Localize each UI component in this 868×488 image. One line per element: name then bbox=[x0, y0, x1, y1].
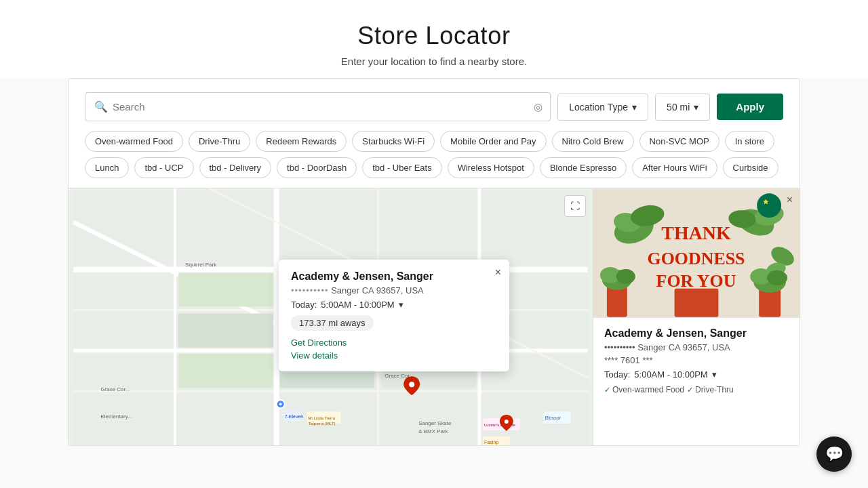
svg-point-63 bbox=[757, 193, 781, 218]
filter-tag-oven-warmed-food[interactable]: Oven-warmed Food bbox=[85, 131, 183, 152]
popup-actions: Get Directions View details bbox=[291, 338, 497, 361]
popup-hours-chevron: ▾ bbox=[399, 300, 403, 310]
page-subtitle: Enter your location to find a nearby sto… bbox=[0, 56, 868, 67]
popup-today-label: Today: bbox=[291, 300, 317, 310]
svg-point-44 bbox=[279, 403, 282, 405]
popup-store-name: Academy & Jensen, Sanger bbox=[291, 270, 497, 283]
filter-tag-in-store[interactable]: In store bbox=[725, 131, 774, 152]
filter-tag-tbd-doordash[interactable]: tbd - DoorDash bbox=[277, 157, 357, 178]
store-info: Academy & Jensen, Sanger •••••••••• Sang… bbox=[593, 317, 800, 404]
filter-tag-mobile-order-pay[interactable]: Mobile Order and Pay bbox=[440, 131, 546, 152]
expand-icon: ⛶ bbox=[570, 201, 580, 211]
search-wrapper: 🔍 ◎ bbox=[85, 92, 551, 121]
svg-rect-14 bbox=[178, 354, 273, 388]
check-icon: ✓ bbox=[687, 386, 693, 394]
filter-tag-redeem-rewards[interactable]: Redeem Rewards bbox=[256, 131, 347, 152]
svg-point-57 bbox=[616, 269, 635, 284]
filter-tag-tbd-delivery[interactable]: tbd - Delivery bbox=[199, 157, 272, 178]
svg-text:FOR YOU: FOR YOU bbox=[656, 271, 736, 291]
popup-address: •••••••••• Sanger CA 93657, USA bbox=[291, 285, 497, 296]
content-area: Cesar Chavez Park Squirrel Park Grace Co… bbox=[68, 188, 800, 445]
popup-hours-text: 5:00AM - 10:00PM bbox=[321, 300, 394, 310]
popup-address-text: Sanger CA 93657, USA bbox=[331, 285, 424, 296]
chevron-down-icon: ▾ bbox=[632, 102, 637, 113]
distance-dropdown[interactable]: 50 mi ▾ bbox=[655, 94, 710, 121]
store-hours-chevron: ▾ bbox=[712, 369, 717, 380]
svg-rect-54 bbox=[607, 287, 627, 317]
store-info-hours[interactable]: Today: 5:00AM - 10:00PM ▾ bbox=[604, 369, 789, 380]
promo-close-button[interactable]: × bbox=[787, 194, 793, 206]
svg-text:Sanger Skate: Sanger Skate bbox=[418, 420, 452, 426]
svg-text:Blossor: Blossor bbox=[545, 415, 561, 420]
page-title: Store Locator bbox=[0, 22, 868, 50]
store-feature-item: ✓ Drive-Thru bbox=[687, 385, 734, 394]
svg-rect-58 bbox=[759, 289, 781, 317]
store-hours-text: 5:00AM - 10:00PM bbox=[634, 369, 707, 380]
svg-text:& BMX Park: & BMX Park bbox=[418, 428, 448, 434]
store-features: ✓ Oven-warmed Food✓ Drive-Thru bbox=[604, 385, 789, 394]
store-info-phone: **** 7601 *** bbox=[604, 355, 789, 365]
svg-text:7-Eleven: 7-Eleven bbox=[285, 414, 304, 419]
store-address-dots: •••••••••• bbox=[604, 342, 635, 352]
filter-tag-tbd-uber-eats[interactable]: tbd - Uber Eats bbox=[362, 157, 441, 178]
svg-text:Fastrip: Fastrip bbox=[484, 440, 498, 445]
main-container: 🔍 ◎ Location Type ▾ 50 mi ▾ Apply Oven-w… bbox=[68, 78, 800, 446]
map-expand-button[interactable]: ⛶ bbox=[564, 195, 586, 217]
promo-image: ⭐ THANK GOODNESS FOR YOU bbox=[593, 188, 800, 317]
popup-address-dots: •••••••••• bbox=[291, 285, 329, 296]
filter-tag-blonde-espresso[interactable]: Blonde Espresso bbox=[540, 157, 627, 178]
svg-text:Mi Linda Tierra: Mi Linda Tierra bbox=[309, 416, 336, 420]
search-area: 🔍 ◎ Location Type ▾ 50 mi ▾ Apply bbox=[68, 79, 800, 121]
store-info-address: •••••••••• Sanger CA 93657, USA bbox=[604, 342, 789, 352]
svg-text:Elementary...: Elementary... bbox=[100, 413, 132, 420]
filter-tag-after-hours-wifi[interactable]: After Hours WiFi bbox=[632, 157, 717, 178]
location-type-dropdown[interactable]: Location Type ▾ bbox=[557, 94, 648, 121]
chevron-down-icon: ▾ bbox=[694, 102, 698, 113]
svg-rect-11 bbox=[178, 273, 273, 307]
filter-tag-curbside[interactable]: Curbside bbox=[723, 157, 778, 178]
promo-banner: × bbox=[593, 188, 800, 317]
filter-tags-container: Oven-warmed FoodDrive-ThruRedeem Rewards… bbox=[68, 121, 800, 188]
chat-button[interactable]: 💬 bbox=[816, 436, 852, 472]
svg-text:GOODNESS: GOODNESS bbox=[648, 249, 745, 268]
store-today-label: Today: bbox=[604, 369, 630, 380]
filter-tag-starbucks-wifi[interactable]: Starbucks Wi-Fi bbox=[352, 131, 435, 152]
filter-tag-lunch[interactable]: Lunch bbox=[85, 157, 129, 178]
svg-text:Taqueria (MLT): Taqueria (MLT) bbox=[309, 422, 336, 426]
check-icon: ✓ bbox=[604, 386, 610, 394]
view-details-link[interactable]: View details bbox=[291, 350, 497, 361]
store-feature-item: ✓ Oven-warmed Food bbox=[604, 385, 684, 394]
store-address-text: Sanger CA 93657, USA bbox=[637, 342, 730, 352]
filter-tag-non-svc-mop[interactable]: Non-SVC MOP bbox=[639, 131, 719, 152]
filter-tag-nitro-cold-brew[interactable]: Nitro Cold Brew bbox=[552, 131, 634, 152]
svg-point-61 bbox=[767, 270, 787, 285]
popup-hours[interactable]: Today: 5:00AM - 10:00PM ▾ bbox=[291, 300, 497, 310]
svg-point-42 bbox=[505, 420, 509, 424]
search-icon: 🔍 bbox=[94, 100, 108, 113]
map-popup: × Academy & Jensen, Sanger •••••••••• Sa… bbox=[279, 260, 509, 371]
svg-text:THANK: THANK bbox=[661, 222, 731, 243]
search-input[interactable] bbox=[85, 92, 551, 121]
filter-tag-drive-thru[interactable]: Drive-Thru bbox=[189, 131, 250, 152]
svg-text:Grace Cor...: Grace Cor... bbox=[100, 386, 130, 392]
chat-icon: 💬 bbox=[825, 445, 844, 463]
svg-point-41 bbox=[409, 382, 414, 387]
popup-distance-badge: 173.37 mi aways bbox=[291, 315, 374, 331]
filter-tag-wireless-hotspot[interactable]: Wireless Hotspot bbox=[448, 157, 534, 178]
apply-button[interactable]: Apply bbox=[717, 94, 783, 120]
store-info-name: Academy & Jensen, Sanger bbox=[604, 327, 789, 340]
location-icon[interactable]: ◎ bbox=[534, 101, 542, 113]
map-area: Cesar Chavez Park Squirrel Park Grace Co… bbox=[68, 188, 593, 445]
svg-rect-13 bbox=[178, 314, 273, 348]
svg-rect-62 bbox=[675, 289, 719, 317]
popup-close-button[interactable]: × bbox=[495, 266, 501, 279]
filter-tag-tbd-ucp[interactable]: tbd - UCP bbox=[134, 157, 193, 178]
page-header: Store Locator Enter your location to fin… bbox=[0, 0, 868, 78]
svg-text:Squirrel Park: Squirrel Park bbox=[185, 262, 216, 268]
right-sidebar: × bbox=[593, 188, 800, 445]
svg-text:⭐: ⭐ bbox=[763, 199, 769, 205]
get-directions-link[interactable]: Get Directions bbox=[291, 338, 497, 348]
